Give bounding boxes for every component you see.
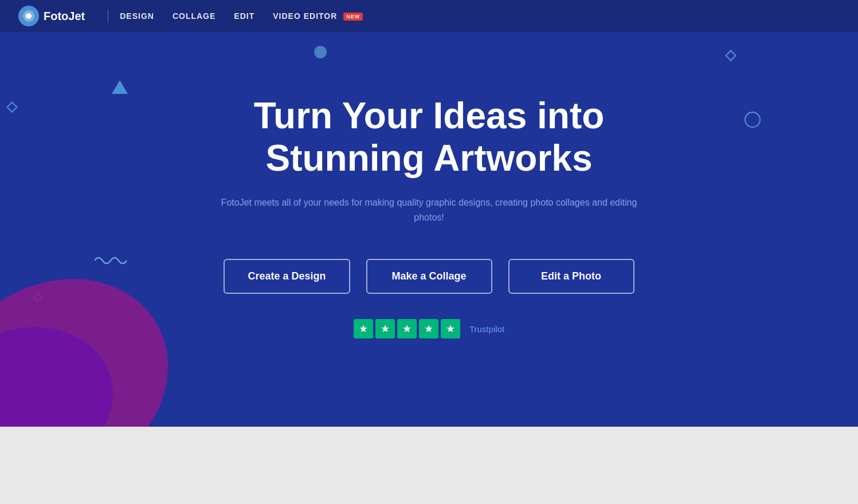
bottom-section bbox=[0, 427, 858, 504]
create-design-button[interactable]: Create a Design bbox=[224, 259, 350, 294]
hero-content: Turn Your Ideas into Stunning Artworks F… bbox=[0, 32, 858, 338]
fotojet-logo-icon bbox=[18, 6, 39, 26]
star-4: ★ bbox=[419, 319, 438, 338]
stars-container: ★ ★ ★ ★ ★ bbox=[354, 319, 460, 338]
trustpilot-row: ★ ★ ★ ★ ★ Trustpilot bbox=[354, 319, 504, 338]
nav-link-design[interactable]: DESIGN bbox=[120, 11, 154, 21]
nav-link-video-editor[interactable]: VIDEO EDITOR NEW bbox=[273, 11, 363, 21]
nav-link-collage[interactable]: COLLAGE bbox=[173, 11, 216, 21]
make-collage-button[interactable]: Make a Collage bbox=[366, 259, 492, 294]
star-3: ★ bbox=[397, 319, 417, 338]
nav-divider bbox=[108, 9, 108, 23]
hero-buttons: Create a Design Make a Collage Edit a Ph… bbox=[224, 259, 634, 294]
new-badge: NEW bbox=[343, 13, 363, 21]
navbar: FotoJet DESIGN COLLAGE EDIT VIDEO EDITOR… bbox=[0, 0, 858, 32]
trustpilot-link[interactable]: Trustpilot bbox=[469, 324, 504, 334]
logo-text: FotoJet bbox=[44, 10, 85, 23]
hero-title: Turn Your Ideas into Stunning Artworks bbox=[254, 95, 605, 179]
hero-section: Turn Your Ideas into Stunning Artworks F… bbox=[0, 0, 858, 427]
star-1: ★ bbox=[354, 319, 373, 338]
star-2: ★ bbox=[375, 319, 395, 338]
edit-photo-button[interactable]: Edit a Photo bbox=[508, 259, 634, 294]
nav-links: DESIGN COLLAGE EDIT VIDEO EDITOR NEW bbox=[120, 11, 363, 21]
svg-point-2 bbox=[26, 13, 32, 19]
hero-subtitle: FotoJet meets all of your needs for maki… bbox=[206, 195, 653, 225]
nav-link-edit[interactable]: EDIT bbox=[234, 11, 254, 21]
logo[interactable]: FotoJet bbox=[18, 6, 85, 26]
star-5: ★ bbox=[441, 319, 460, 338]
